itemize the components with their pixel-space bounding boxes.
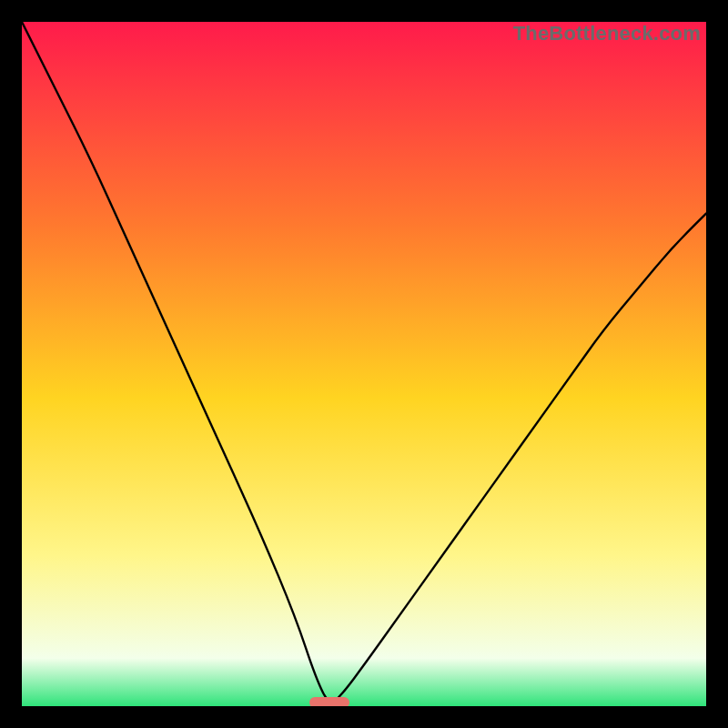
plot-area: TheBottleneck.com (22, 22, 706, 706)
chart-frame: TheBottleneck.com (0, 0, 728, 728)
watermark-text: TheBottleneck.com (513, 22, 701, 46)
minimum-marker (309, 697, 349, 706)
gradient-background (22, 22, 706, 706)
bottleneck-chart (22, 22, 706, 706)
